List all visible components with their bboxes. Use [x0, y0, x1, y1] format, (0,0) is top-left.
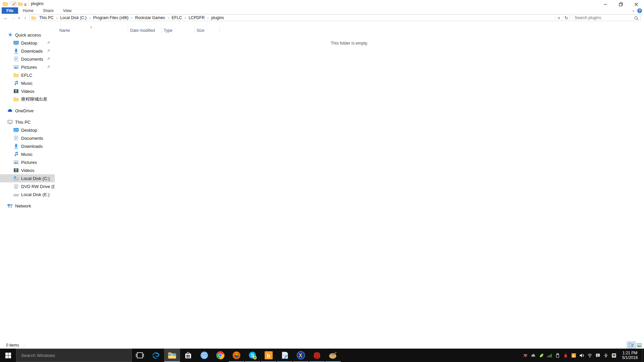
sidebar-item-desktop[interactable]: Desktop	[0, 39, 55, 47]
breadcrumb-separator-icon: ›	[206, 16, 210, 20]
tray-volume-icon[interactable]	[578, 349, 586, 362]
taskbar-app-firefox[interactable]	[228, 349, 245, 362]
tray-wifi-icon[interactable]	[586, 349, 594, 362]
sidebar-section-this-pc[interactable]: This PC	[0, 118, 55, 126]
restore-button[interactable]	[613, 0, 629, 7]
taskbar-app-blue-globe-browser[interactable]	[196, 349, 212, 362]
new-folder-qat-icon[interactable]	[18, 1, 23, 6]
sidebar-item-documents[interactable]: Documents	[0, 134, 55, 142]
sidebar-section-quick-access[interactable]: Quick access	[0, 31, 55, 39]
breadcrumb-item[interactable]: plugins	[210, 15, 226, 20]
column-header-size[interactable]: Size	[195, 26, 220, 34]
sidebar-item-downloads[interactable]: Downloads	[0, 142, 55, 150]
tab-share[interactable]: Share	[38, 7, 58, 14]
pin-icon	[46, 57, 51, 61]
column-header-date-modified[interactable]: Date modified	[128, 26, 162, 34]
svg-text:M: M	[612, 354, 615, 357]
taskbar-app-store[interactable]	[180, 349, 196, 362]
sidebar-item-documents[interactable]: Documents	[0, 55, 55, 63]
tray-signal-bars-icon[interactable]	[545, 349, 553, 362]
sidebar-section-network[interactable]: Network	[0, 202, 55, 210]
tab-view[interactable]: View	[58, 7, 76, 14]
breadcrumb-item[interactable]: This PC	[38, 15, 55, 20]
tray-ime-mode-icon[interactable]: M	[610, 349, 618, 362]
close-button[interactable]	[629, 0, 644, 7]
show-desktop-button[interactable]	[642, 349, 644, 362]
sidebar-item-videos[interactable]: Videos	[0, 87, 55, 95]
taskbar-app-file-explorer[interactable]	[164, 349, 180, 362]
clock-time: 1:21 PM	[623, 351, 638, 355]
sidebar-item-local-disk-c-[interactable]: Local Disk (C:)	[0, 174, 55, 182]
large-icons-view-button[interactable]	[635, 342, 643, 349]
empty-folder-message: This folder is empty.	[55, 41, 644, 46]
tray-message-icon[interactable]	[594, 349, 602, 362]
help-icon[interactable]: ?	[637, 8, 642, 13]
taskbar-clock[interactable]: 1:21 PM 5/1/2016	[618, 349, 642, 362]
tray-red-bug-icon[interactable]	[521, 349, 529, 362]
taskbar-app-bing[interactable]: b	[261, 349, 277, 362]
customize-quick-access-toolbar-chevron-icon[interactable]	[23, 2, 27, 6]
taskbar-app-edge[interactable]	[148, 349, 164, 362]
minimize-button[interactable]	[598, 0, 613, 7]
taskbar-app-chrome[interactable]	[212, 349, 228, 362]
back-button[interactable]: ←	[2, 14, 9, 21]
taskbar-app-notepad[interactable]	[277, 349, 293, 362]
recent-locations-chevron-icon[interactable]: ∨	[17, 14, 21, 21]
tab-file[interactable]: File	[2, 7, 18, 14]
tray-cloud-icon[interactable]	[529, 349, 537, 362]
forward-button[interactable]: →	[9, 14, 17, 21]
task-view-button[interactable]	[132, 349, 148, 362]
sidebar-item-desktop[interactable]: Desktop	[0, 126, 55, 134]
taskbar-app-skype[interactable]: S	[245, 349, 261, 362]
pin-icon	[46, 49, 51, 53]
taskbar-app-x-app[interactable]: X	[293, 349, 309, 362]
breadcrumb-item[interactable]: Rockstar Games	[133, 15, 167, 20]
sidebar-item-eflc[interactable]: EFLC	[0, 71, 55, 79]
sidebar-item-music[interactable]: Music	[0, 79, 55, 87]
breadcrumb-item[interactable]: Local Disk (C:)	[58, 15, 88, 20]
tray-usb-icon[interactable]	[553, 349, 561, 362]
sidebar-item-pictures[interactable]: Pictures	[0, 63, 55, 71]
breadcrumb-item[interactable]: Program Files (x86)	[92, 15, 130, 20]
search-box[interactable]	[572, 14, 641, 21]
details-view-button[interactable]	[627, 342, 635, 349]
column-header-label: Type	[164, 28, 172, 33]
sidebar-item-pictures[interactable]: Pictures	[0, 158, 55, 166]
notepad-icon	[280, 351, 289, 360]
tray-red-flask-icon[interactable]	[561, 349, 570, 362]
address-bar-row: ← → ∨ ↑ This PC›Local Disk (C:)›Program …	[0, 14, 644, 21]
taskbar-search-input[interactable]	[16, 353, 131, 358]
tray-leaf-icon[interactable]	[537, 349, 545, 362]
column-header-name[interactable]: Name∧	[55, 26, 128, 34]
title-bar[interactable]: plugins	[0, 0, 644, 7]
properties-qat-icon[interactable]	[11, 1, 16, 6]
refresh-icon[interactable]: ↻	[562, 15, 570, 21]
sidebar-section-onedrive[interactable]: OneDrive	[0, 107, 55, 115]
address-dropdown-chevron-icon[interactable]: ∨	[555, 15, 562, 21]
breadcrumb-item[interactable]: EFLC	[170, 15, 184, 20]
file-list-area[interactable]: Name∧Date modifiedTypeSize This folder i…	[55, 21, 644, 342]
expand-ribbon-chevron-icon[interactable]: ∨	[632, 9, 635, 13]
tray-bing-icon[interactable]: b	[570, 349, 578, 362]
sidebar-item-label: Videos	[21, 89, 35, 94]
tray-ime-crosshair-icon[interactable]	[602, 349, 610, 362]
breadcrumb-item[interactable]: LCPDFR	[187, 15, 206, 20]
sidebar-item-dvd-rw-drive-d-e[interactable]: DVD RW Drive (D:) E	[0, 182, 55, 190]
documents-icon	[13, 56, 19, 62]
tab-home[interactable]: Home	[18, 7, 38, 14]
taskbar-search-box[interactable]	[16, 349, 132, 362]
search-input[interactable]	[573, 15, 634, 20]
sidebar-item-療程聊城出差[interactable]: 療程聊城出差	[0, 95, 55, 103]
taskbar-app-red-app[interactable]	[309, 349, 325, 362]
up-button[interactable]: ↑	[21, 14, 29, 21]
sidebar-item-videos[interactable]: Videos	[0, 166, 55, 174]
sidebar-item-downloads[interactable]: Downloads	[0, 47, 55, 55]
address-bar[interactable]: This PC›Local Disk (C:)›Program Files (x…	[30, 14, 570, 21]
column-header-type[interactable]: Type	[162, 26, 195, 34]
sidebar-item-music[interactable]: Music	[0, 150, 55, 158]
column-header-label: Name	[59, 28, 70, 33]
start-button[interactable]	[0, 349, 16, 362]
sidebar-item-local-disk-e-[interactable]: Local Disk (E:)	[0, 190, 55, 198]
taskbar-app-paint[interactable]	[325, 349, 341, 362]
quick-access-icon	[7, 32, 13, 38]
